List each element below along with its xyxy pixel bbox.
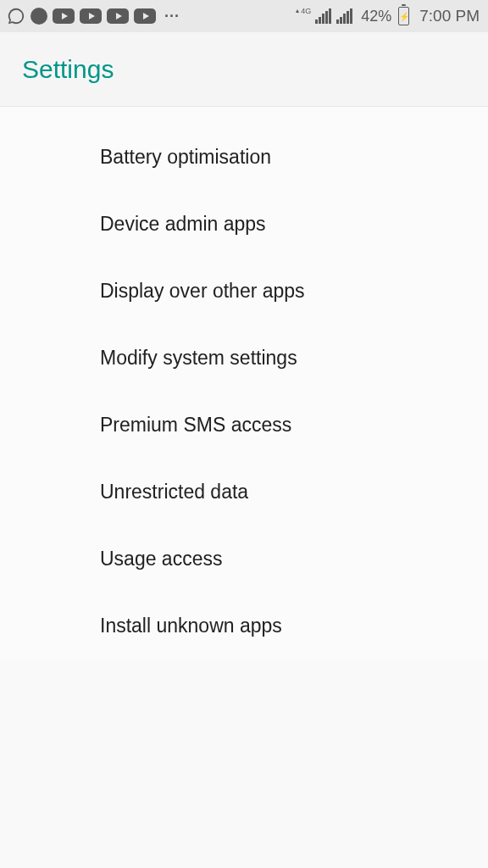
settings-item-label: Battery optimisation	[100, 146, 271, 168]
settings-item-label: Display over other apps	[100, 280, 305, 302]
settings-item-label: Premium SMS access	[100, 414, 291, 436]
more-notifications-icon: ···	[164, 8, 180, 25]
youtube-icon	[53, 8, 75, 24]
settings-item-label: Modify system settings	[100, 347, 297, 369]
settings-item-display-over-other-apps[interactable]: Display over other apps	[0, 258, 488, 325]
settings-item-unrestricted-data[interactable]: Unrestricted data	[0, 459, 488, 526]
app-bar: Settings	[0, 32, 488, 107]
page-title: Settings	[22, 55, 114, 84]
battery-percent: 42%	[361, 8, 391, 25]
status-right: ▴ 4G 42% ⚡ 7:00 PM	[296, 7, 481, 25]
clock: 7:00 PM	[419, 7, 480, 25]
settings-item-usage-access[interactable]: Usage access	[0, 526, 488, 593]
settings-item-label: Unrestricted data	[100, 481, 248, 503]
settings-item-device-admin-apps[interactable]: Device admin apps	[0, 191, 488, 258]
signal-strength-icon	[336, 8, 352, 24]
battery-charging-icon: ⚡	[398, 7, 409, 25]
youtube-icon	[80, 8, 102, 24]
settings-item-modify-system-settings[interactable]: Modify system settings	[0, 325, 488, 392]
settings-item-premium-sms-access[interactable]: Premium SMS access	[0, 392, 488, 459]
whatsapp-icon	[7, 7, 25, 25]
status-bar: ··· ▴ 4G 42% ⚡ 7:00 PM	[0, 0, 488, 32]
settings-item-battery-optimisation[interactable]: Battery optimisation	[0, 124, 488, 191]
signal-strength-icon	[315, 8, 331, 24]
settings-item-install-unknown-apps[interactable]: Install unknown apps	[0, 593, 488, 659]
settings-item-label: Usage access	[100, 548, 222, 570]
notification-dot-icon	[30, 8, 47, 25]
network-type-label: 4G	[301, 7, 311, 15]
settings-list: Battery optimisation Device admin apps D…	[0, 107, 488, 659]
settings-item-label: Install unknown apps	[100, 615, 282, 637]
youtube-icon	[107, 8, 129, 24]
youtube-icon	[134, 8, 156, 24]
status-left: ···	[7, 7, 180, 25]
settings-item-label: Device admin apps	[100, 213, 266, 235]
data-arrow-icon: ▴	[296, 7, 299, 14]
